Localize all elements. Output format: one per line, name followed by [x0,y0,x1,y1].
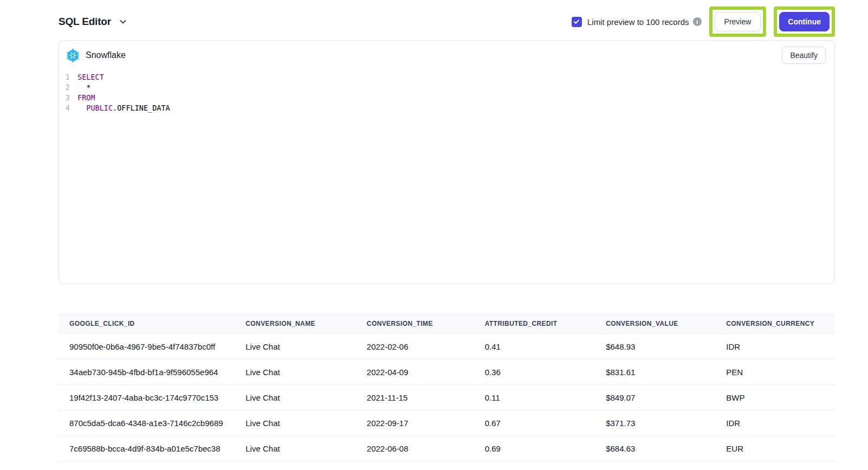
table-cell: 7c69588b-bcca-4d9f-834b-a01e5c7bec38 [59,444,235,453]
code-line: 4 PUBLIC.OFFLINE_DATA [59,103,834,113]
continue-annotation-box: Continue [774,7,835,37]
table-cell: $648.93 [595,342,715,351]
table-cell: 870c5da5-dca6-4348-a1e3-7146c2cb9689 [59,419,235,428]
editor-header: Snowflake Beautify [59,41,834,69]
table-cell: Live Chat [235,419,356,428]
preview-button[interactable]: Preview [715,12,761,31]
table-cell: 2021-11-15 [356,393,474,402]
title-dropdown-button[interactable] [118,16,128,27]
preview-annotation-box: Preview [709,7,767,37]
source-group: Snowflake [66,48,126,63]
table-row: 34aeb730-945b-4fbd-bf1a-9f596055e964Live… [59,359,835,385]
code-text: SELECT [77,72,104,82]
table-cell: 0.11 [474,393,595,402]
table-row: 870c5da5-dca6-4348-a1e3-7146c2cb9689Live… [59,410,835,436]
sql-code-editor[interactable]: 1SELECT2 *3FROM4 PUBLIC.OFFLINE_DATA [59,69,834,284]
snowflake-icon [66,48,80,63]
column-header: CONVERSION_CURRENCY [715,320,835,327]
table-cell: IDR [715,419,835,428]
code-line: 2 * [59,82,834,93]
table-cell: BWP [715,393,835,402]
page: SQL Editor Limit preview to 100 records … [59,0,835,461]
limit-preview-checkbox[interactable] [572,17,582,27]
table-cell: Live Chat [235,342,356,351]
table-cell: 90950f0e-0b6a-4967-9be5-4f74837bc0ff [59,342,235,351]
table-cell: 2022-04-09 [356,368,474,377]
table-cell: 2022-06-08 [356,444,474,453]
table-cell: 0.67 [474,419,595,428]
chevron-down-icon [119,17,127,26]
table-cell: EUR [715,444,835,453]
table-cell: 19f42f13-2407-4aba-bc3c-174c9770c153 [59,393,235,402]
table-body: 90950f0e-0b6a-4967-9be5-4f74837bc0ffLive… [59,334,835,461]
column-header: CONVERSION_TIME [356,320,474,327]
sql-editor-panel: Snowflake Beautify 1SELECT2 *3FROM4 PUBL… [59,40,835,284]
column-header: CONVERSION_VALUE [595,320,715,327]
table-cell: 0.41 [474,342,595,351]
column-header: ATTRIBUTED_CREDIT [474,320,595,327]
column-header: CONVERSION_NAME [235,320,356,327]
line-number: 1 [59,72,77,82]
table-cell: $371.73 [595,419,715,428]
table-cell: Live Chat [235,393,356,402]
table-row: 19f42f13-2407-4aba-bc3c-174c9770c153Live… [59,385,835,410]
table-cell: 34aeb730-945b-4fbd-bf1a-9f596055e964 [59,368,235,377]
table-row: 7c69588b-bcca-4d9f-834b-a01e5c7bec38Live… [59,436,835,461]
table-row: 90950f0e-0b6a-4967-9be5-4f74837bc0ffLive… [59,334,835,359]
line-number: 3 [59,93,77,103]
table-cell: IDR [715,342,835,351]
limit-preview-label: Limit preview to 100 records [587,17,689,27]
table-cell: PEN [715,368,835,377]
code-text: PUBLIC.OFFLINE_DATA [77,103,170,113]
code-line: 3FROM [59,93,834,103]
table-cell: 2022-09-17 [356,419,474,428]
code-text: FROM [77,93,95,103]
table-cell: $849.07 [595,393,715,402]
table-header-row: GOOGLE_CLICK_IDCONVERSION_NAMECONVERSION… [59,313,835,334]
results-table: GOOGLE_CLICK_IDCONVERSION_NAMECONVERSION… [59,313,835,461]
table-cell: 0.36 [474,368,595,377]
column-header: GOOGLE_CLICK_ID [59,320,235,327]
continue-button[interactable]: Continue [779,12,830,31]
table-cell: $831.61 [595,368,715,377]
line-number: 2 [59,82,77,93]
table-cell: 2022-02-06 [356,342,474,351]
code-line: 1SELECT [59,72,834,82]
code-text: * [77,82,90,93]
top-actions: Limit preview to 100 records i Preview C… [572,7,835,37]
limit-preview-control[interactable]: Limit preview to 100 records [572,17,689,27]
line-number: 4 [59,103,77,113]
title-group: SQL Editor [59,16,128,28]
source-name: Snowflake [86,50,126,60]
beautify-button[interactable]: Beautify [782,47,826,64]
table-cell: 0.69 [474,444,595,453]
checkmark-icon [573,18,580,25]
table-cell: Live Chat [235,368,356,377]
top-bar: SQL Editor Limit preview to 100 records … [59,0,835,36]
table-cell: $684.63 [595,444,715,453]
page-title: SQL Editor [59,16,111,28]
table-cell: Live Chat [235,444,356,453]
info-icon[interactable]: i [693,17,702,26]
